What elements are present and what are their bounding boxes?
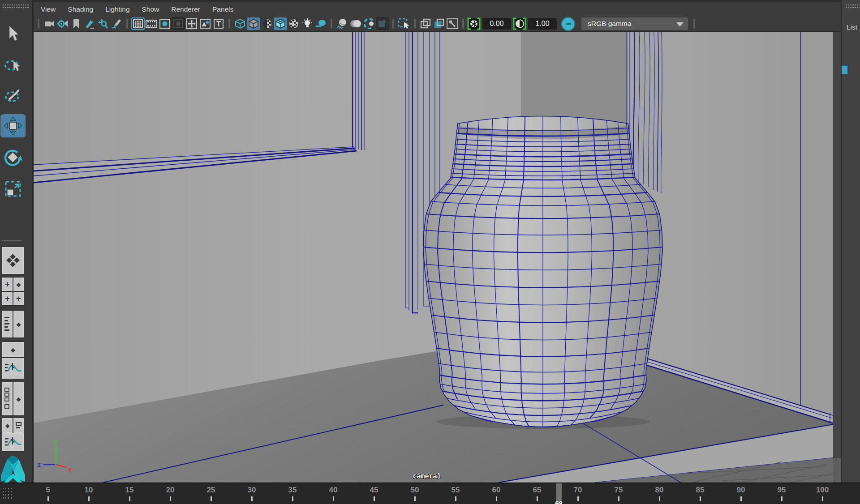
select-camera-button[interactable]	[43, 17, 56, 30]
xray-active-button[interactable]	[432, 17, 446, 30]
menu-panels[interactable]: Panels	[212, 5, 233, 13]
timeline-tick-label: 90	[737, 486, 745, 495]
field-chart-button[interactable]	[172, 17, 185, 30]
timeline-grip[interactable]	[2, 487, 12, 500]
grease-pencil-button[interactable]	[83, 17, 96, 30]
jar-model[interactable]	[423, 116, 662, 431]
xray-button[interactable]	[419, 17, 432, 30]
depth-of-field-button[interactable]	[376, 17, 389, 30]
safe-title-button[interactable]	[198, 17, 212, 30]
timeline-tick-label: 60	[492, 486, 501, 495]
timeline-tick-mark	[496, 496, 497, 501]
layout-panel-box-button[interactable]	[13, 418, 24, 433]
right-panel-menu-list[interactable]: List	[847, 23, 857, 31]
menu-renderer[interactable]: Renderer	[171, 5, 200, 13]
ambient-occlusion-button[interactable]	[335, 17, 349, 30]
film-gate-icon	[133, 19, 143, 29]
exposure-field[interactable]: 0.00	[482, 18, 511, 30]
paint-select-tool-button[interactable]	[0, 83, 26, 107]
toolbar-grip[interactable]	[693, 19, 695, 29]
axis-z-label: z	[38, 461, 41, 468]
timeline-tick-label: 5	[46, 486, 50, 495]
menu-view[interactable]: View	[41, 5, 56, 13]
xray-joints-icon	[433, 18, 445, 29]
gamma-icon	[513, 17, 526, 30]
timeline-tick-label: 35	[288, 486, 297, 495]
isolate-select-button[interactable]	[397, 17, 411, 30]
pan-zoom-button[interactable]	[96, 17, 110, 30]
select-arrow-icon	[4, 25, 22, 43]
safe-action-button[interactable]	[185, 17, 198, 30]
toolbar-separator	[126, 19, 128, 29]
menu-lighting[interactable]: Lighting	[105, 5, 129, 13]
layout-outliner-button[interactable]	[2, 311, 13, 337]
right-panel-grip[interactable]	[845, 4, 860, 9]
gate-mask-button[interactable]	[158, 17, 172, 30]
viewport-scene[interactable]: y z x	[34, 32, 841, 483]
camera-aperture-button[interactable]	[362, 17, 376, 30]
shadow-icon	[315, 19, 327, 29]
lasso-select-tool-button[interactable]	[0, 53, 26, 77]
layout-persp-wide-button[interactable]: ◆	[2, 342, 24, 357]
layout-hypergraph-button[interactable]	[2, 382, 13, 415]
menu-show[interactable]: Show	[142, 5, 159, 13]
frame-all-text-button[interactable]	[212, 17, 225, 30]
layout-persp-outliner-button[interactable]: ◆	[2, 418, 13, 433]
layout-hypergraph-persp-button[interactable]: ◆	[13, 382, 24, 415]
outliner-lines-icon	[4, 315, 10, 333]
timeline-tick-label: 55	[452, 486, 460, 495]
textured-button[interactable]	[260, 17, 274, 30]
gamma-field[interactable]: 1.00	[528, 18, 557, 30]
timeline-tick-label: 85	[696, 486, 705, 495]
menu-shading[interactable]: Shading	[68, 5, 93, 13]
axis-y-label: y	[54, 438, 57, 445]
layout-pane-diamond-button[interactable]: ◆	[13, 278, 24, 291]
exposure-button[interactable]	[467, 17, 481, 30]
timeline-tick-mark	[700, 496, 701, 501]
film-gate-button[interactable]	[131, 17, 145, 30]
toolbar-separator	[392, 19, 394, 29]
bookmark-button[interactable]	[69, 17, 83, 30]
layout-four-pane-button[interactable]: +	[2, 278, 13, 291]
wireframe-shaded-cube-icon	[275, 18, 286, 29]
xray-joints-button[interactable]	[446, 17, 459, 30]
gate-mask-icon	[159, 19, 170, 29]
rotate-tool-button[interactable]	[0, 146, 26, 169]
gamma-button[interactable]	[513, 17, 526, 30]
camera-attributes-button[interactable]	[56, 17, 69, 30]
viewport-scene-area[interactable]: y z x camera1	[34, 32, 841, 483]
timeline-tick-label: 10	[85, 486, 93, 495]
select-tool-button[interactable]	[0, 22, 26, 45]
layout-four-pane-3-button[interactable]: +	[13, 292, 24, 305]
text-t-icon	[214, 19, 224, 29]
timeline-tick-label: 50	[411, 486, 419, 495]
shaded-button[interactable]	[247, 17, 260, 30]
use-default-material-button[interactable]	[287, 17, 301, 30]
toolbar-grip[interactable]	[38, 19, 39, 29]
time-slider[interactable]: 5101520253035404550556065707580859095100…	[0, 483, 860, 504]
timeline-tick-mark	[170, 496, 171, 501]
layout-single-pane-button[interactable]	[2, 247, 24, 274]
scale-tool-button[interactable]	[0, 177, 26, 201]
layout-graph-editor-button[interactable]	[2, 358, 24, 379]
move-tool-button[interactable]	[0, 114, 26, 137]
shadows-button[interactable]	[314, 17, 327, 30]
lighting-button[interactable]	[301, 17, 314, 30]
bookmark-icon	[72, 18, 80, 29]
shape-dot-icon	[200, 19, 211, 29]
layout-outliner-persp-button[interactable]: ◆	[13, 311, 24, 337]
layout-four-pane-2-button[interactable]: +	[2, 292, 13, 305]
timeline-tick-mark	[618, 496, 619, 501]
grease-draw-button[interactable]	[110, 17, 123, 30]
resolution-gate-button[interactable]	[145, 17, 158, 30]
wireframe-button[interactable]	[233, 17, 247, 30]
view-transform-select[interactable]: sRGB gamma	[581, 17, 688, 30]
chevron-down-icon	[676, 22, 684, 26]
current-frame-indicator[interactable]: 68	[556, 483, 562, 504]
motion-blur-button[interactable]	[349, 17, 362, 30]
toolbox-grip[interactable]	[2, 4, 29, 9]
timeline-tick-mark	[659, 496, 660, 501]
color-management-toggle[interactable]: ON	[561, 17, 575, 31]
toolbox-expand-caret[interactable]	[9, 446, 15, 449]
wireframe-on-shaded-button[interactable]	[274, 17, 287, 30]
